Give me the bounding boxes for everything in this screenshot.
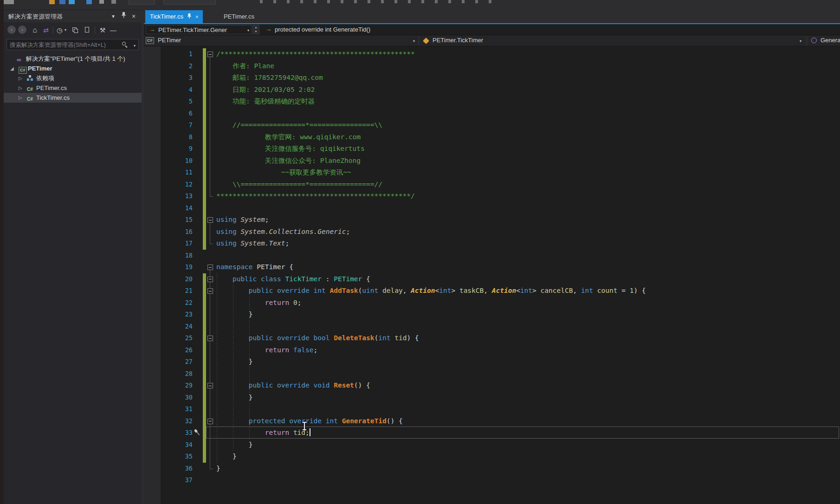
tab-close-icon[interactable]: × — [195, 10, 198, 23]
toolbar-icon-cropped[interactable] — [327, 0, 330, 3]
toolbar-icon-cropped[interactable] — [341, 0, 343, 3]
fold-collapse-box[interactable] — [207, 265, 213, 270]
code-line-7[interactable]: 7 //================*================\\ — [144, 119, 840, 131]
toolbar-icon-cropped[interactable] — [69, 0, 75, 4]
toolbar-icon-cropped[interactable] — [99, 0, 104, 4]
code-line-4[interactable]: 4 日期: 2021/03/05 2:02 — [144, 84, 840, 96]
code-line-1[interactable]: 1/**************************************… — [144, 48, 840, 60]
code-line-23[interactable]: 23 } — [144, 309, 840, 321]
breadcrumb-spinner[interactable]: ▲ ▼ — [252, 25, 259, 34]
fold-collapse-box[interactable] — [207, 52, 213, 57]
project-dropdown[interactable]: PETimer — [158, 37, 181, 44]
fold-collapse-box[interactable] — [207, 217, 213, 223]
fold-collapse-box[interactable] — [207, 277, 213, 282]
code-editor[interactable]: 1/**************************************… — [144, 46, 840, 504]
properties-wrench-icon[interactable]: ⚒ — [98, 26, 107, 35]
nav-back-icon[interactable]: ‹ — [7, 26, 16, 34]
toolbar-icon-cropped[interactable] — [462, 0, 465, 3]
search-icon[interactable] — [122, 41, 128, 48]
code-line-19[interactable]: 19namespace PETimer { — [144, 261, 840, 273]
toolbar-combo-cropped[interactable] — [129, 0, 155, 5]
combo-caret-icon[interactable]: ▾ — [413, 39, 415, 43]
code-line-36[interactable]: 36} — [144, 463, 840, 475]
panel-close-icon[interactable]: × — [129, 12, 138, 20]
toolbar-icon-cropped[interactable] — [260, 0, 263, 3]
code-line-2[interactable]: 2 作者: Plane — [144, 60, 840, 72]
code-line-14[interactable]: 14 — [144, 202, 840, 214]
filter-caret-icon[interactable]: ▾ — [63, 26, 68, 35]
code-line-5[interactable]: 5 功能: 毫秒级精确的定时器 — [144, 96, 840, 108]
toolbar-icon-cropped[interactable] — [394, 0, 397, 3]
code-line-26[interactable]: 26 return false; — [144, 344, 840, 356]
toolbar-icon-cropped[interactable] — [408, 0, 411, 3]
tab-ticktimer[interactable]: TickTimer.cs× — [145, 10, 203, 23]
toolbar-icon-cropped[interactable] — [448, 0, 451, 3]
tree-item-ticktimer-cs[interactable]: ▷C#TickTimer.cs — [4, 93, 142, 103]
breadcrumb-right-text[interactable]: protected override int GenerateTid() — [275, 26, 370, 33]
expanded-chevron-icon[interactable]: ◢ — [10, 64, 14, 73]
breadcrumb-left-combo[interactable]: → PETimer.TickTimer.Gener ▾ — [146, 25, 252, 34]
collapse-all-icon[interactable] — [71, 26, 79, 35]
collapsed-chevron-icon[interactable]: ▷ — [19, 83, 22, 93]
code-line-34[interactable]: 34 } — [144, 439, 840, 451]
pending-changes-filter-icon[interactable]: ◷ — [56, 26, 63, 35]
code-line-12[interactable]: 12 \\================*================// — [144, 179, 840, 191]
code-line-15[interactable]: 15using System; — [144, 214, 840, 226]
solution-explorer-header[interactable]: 解决方案资源管理器 ▾ × — [4, 10, 142, 22]
toolbar-icon-cropped[interactable] — [381, 0, 384, 3]
spinner-up-icon[interactable]: ▲ — [253, 26, 259, 30]
member-dropdown[interactable]: Genera — [821, 37, 840, 44]
code-line-37[interactable]: 37 — [144, 474, 840, 486]
code-line-10[interactable]: 10 关注微信公众号: PlaneZhong — [144, 155, 840, 167]
preview-icon[interactable] — [84, 26, 91, 35]
fold-collapse-box[interactable] — [207, 336, 213, 341]
toolbar-icon-cropped[interactable] — [273, 0, 276, 3]
search-input[interactable]: 搜索解决方案资源管理器(Shift+Alt+L) ▾ — [6, 39, 139, 50]
panel-pin-icon[interactable] — [119, 12, 128, 20]
toolbar-icon-cropped[interactable] — [421, 0, 424, 3]
nav-forward-icon[interactable]: › — [18, 26, 26, 34]
fold-collapse-box[interactable] — [207, 288, 213, 294]
dash-icon[interactable]: — — [110, 26, 117, 35]
code-line-27[interactable]: 27 } — [144, 356, 840, 368]
code-line-18[interactable]: 18 — [144, 250, 840, 262]
toolbar-icon-cropped[interactable] — [300, 0, 303, 3]
tree-item-petimer-cs[interactable]: ▷C#PETimer.cs — [4, 83, 142, 93]
code-line-9[interactable]: 9 关注微信服务号: qiqikertuts — [144, 143, 840, 155]
toolbar-icon-cropped[interactable] — [314, 0, 317, 3]
fold-collapse-box[interactable] — [207, 419, 213, 424]
quick-action-screwdriver-icon[interactable] — [194, 428, 201, 437]
code-line-35[interactable]: 35 } — [144, 451, 840, 463]
tree-item--petimer-1-1-[interactable]: ∞解决方案"PETimer"(1 个项目/共 1 个) — [4, 54, 142, 64]
code-line-22[interactable]: 22 return 0; — [144, 297, 840, 309]
combo-caret-icon[interactable]: ▾ — [800, 39, 801, 43]
toolbar-icon-cropped[interactable] — [111, 0, 116, 4]
code-line-3[interactable]: 3 邮箱: 1785275942@qq.com — [144, 72, 840, 84]
tab-pin-icon[interactable] — [187, 10, 192, 23]
code-line-28[interactable]: 28 — [144, 368, 840, 380]
code-line-33[interactable]: 33 return tid; — [144, 427, 840, 439]
toolbar-icon-cropped[interactable] — [287, 0, 290, 3]
code-line-6[interactable]: 6 — [144, 108, 840, 120]
code-line-24[interactable]: 24 — [144, 321, 840, 333]
toolbar-icon-cropped[interactable] — [475, 0, 478, 3]
code-line-16[interactable]: 16using System.Collections.Generic; — [144, 226, 840, 238]
code-line-25[interactable]: 25 public override bool DeleteTask(int t… — [144, 332, 840, 344]
code-line-20[interactable]: 20 public class TickTimer : PETimer { — [144, 273, 840, 285]
toolbar-icon-cropped[interactable] — [86, 0, 92, 4]
tab-petimer[interactable]: PETimer.cs — [219, 10, 259, 23]
code-line-8[interactable]: 8 教学官网: www.qiqiker.com — [144, 131, 840, 143]
sync-active-document-icon[interactable]: ⇄ — [42, 26, 50, 35]
toolbar-icon-cropped[interactable] — [354, 0, 357, 3]
toolbar-icon-cropped[interactable] — [435, 0, 438, 3]
code-line-11[interactable]: 11 ~~获取更多教学资讯~~ — [144, 167, 840, 179]
code-line-21[interactable]: 21 public override int AddTask(uint dela… — [144, 285, 840, 297]
collapsed-chevron-icon[interactable]: ▷ — [19, 93, 22, 103]
code-line-32[interactable]: 32 protected override int GenerateTid() … — [144, 415, 840, 427]
code-line-31[interactable]: 31 — [144, 403, 840, 415]
tree-item-petimer[interactable]: ◢C#PETimer — [4, 64, 142, 73]
collapsed-chevron-icon[interactable]: ▷ — [19, 73, 22, 83]
code-line-29[interactable]: 29 public override void Reset() { — [144, 380, 840, 392]
home-icon[interactable]: ⌂ — [31, 26, 39, 35]
code-line-17[interactable]: 17using System.Text; — [144, 238, 840, 250]
